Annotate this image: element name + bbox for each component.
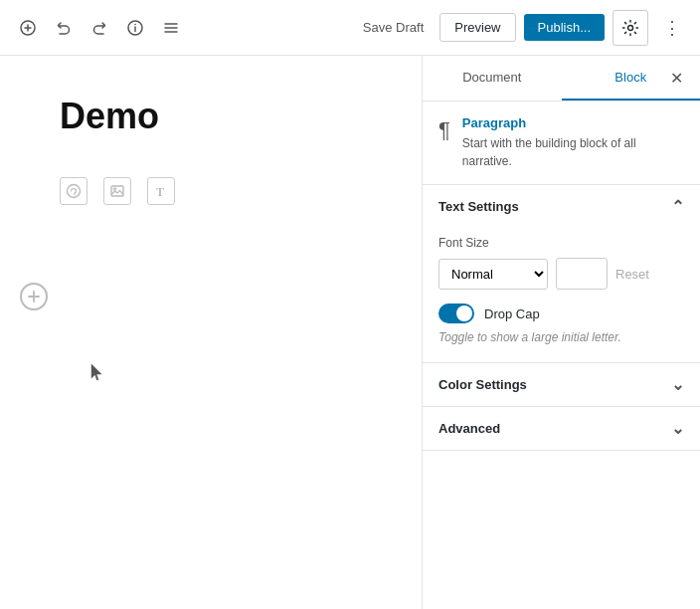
cursor-indicator: [89, 362, 105, 385]
svg-point-15: [113, 188, 115, 190]
more-options-button[interactable]: ⋮: [656, 12, 688, 44]
text-icon[interactable]: T: [147, 177, 175, 205]
drop-cap-hint: Toggle to show a large initial letter.: [438, 329, 684, 346]
drop-cap-label: Drop Cap: [484, 306, 540, 321]
publish-button[interactable]: Publish...: [524, 14, 605, 41]
close-sidebar-button[interactable]: ✕: [662, 65, 690, 93]
svg-point-9: [628, 25, 633, 30]
menu-button[interactable]: [155, 12, 187, 44]
sidebar-tabs: Document Block ✕: [423, 56, 700, 102]
text-settings-panel: Text Settings ⌃ Font Size Normal Small L…: [423, 185, 700, 363]
page-title: Demo: [60, 96, 362, 137]
paragraph-icon: ¶: [438, 117, 450, 143]
advanced-header[interactable]: Advanced ⌄: [423, 407, 700, 450]
svg-point-5: [134, 23, 136, 25]
toolbar: Save Draft Preview Publish... ⋮: [0, 0, 700, 56]
block-toolbar: T: [60, 177, 362, 205]
main-area: Demo: [0, 56, 700, 609]
block-info: ¶ Paragraph Start with the building bloc…: [423, 102, 700, 185]
reset-button[interactable]: Reset: [615, 267, 649, 282]
drop-cap-row: Drop Cap: [438, 304, 684, 323]
settings-button[interactable]: [612, 10, 648, 46]
svg-text:T: T: [156, 185, 164, 199]
text-settings-content: Font Size Normal Small Large Larger Huge…: [423, 228, 700, 362]
add-block-button[interactable]: [12, 12, 44, 44]
info-button[interactable]: [119, 12, 151, 44]
svg-point-13: [74, 195, 75, 196]
text-settings-header[interactable]: Text Settings ⌃: [423, 185, 700, 228]
whatsapp-icon[interactable]: [60, 177, 88, 205]
font-size-label: Font Size: [438, 236, 684, 250]
undo-button[interactable]: [48, 12, 80, 44]
advanced-panel: Advanced ⌄: [423, 407, 700, 451]
editor-area: Demo: [0, 56, 422, 609]
svg-point-12: [68, 185, 81, 198]
toggle-knob: [456, 305, 472, 321]
advanced-chevron: ⌄: [671, 419, 684, 438]
svg-rect-14: [111, 186, 123, 196]
font-size-select[interactable]: Normal Small Large Larger Huge: [438, 259, 548, 290]
color-settings-chevron: ⌄: [671, 375, 684, 394]
redo-button[interactable]: [84, 12, 115, 44]
font-size-row: Normal Small Large Larger Huge Reset: [438, 258, 684, 290]
text-settings-chevron-up: ⌃: [671, 197, 684, 216]
font-size-input[interactable]: [556, 258, 608, 290]
drop-cap-toggle[interactable]: [438, 304, 474, 323]
color-settings-panel: Color Settings ⌄: [423, 363, 700, 407]
block-name: Paragraph: [462, 115, 684, 130]
color-settings-header[interactable]: Color Settings ⌄: [423, 363, 700, 406]
toolbar-left: [12, 12, 355, 44]
text-settings-label: Text Settings: [438, 199, 519, 214]
advanced-label: Advanced: [438, 421, 500, 436]
add-block-inline-button[interactable]: [20, 283, 48, 310]
preview-button[interactable]: Preview: [439, 13, 515, 42]
image-icon[interactable]: [103, 177, 131, 205]
tab-document[interactable]: Document: [423, 56, 562, 101]
block-description: Start with the building block of all nar…: [462, 134, 684, 170]
save-draft-button[interactable]: Save Draft: [355, 14, 432, 41]
toolbar-right: Save Draft Preview Publish... ⋮: [355, 10, 688, 46]
color-settings-label: Color Settings: [438, 377, 527, 392]
sidebar: Document Block ✕ ¶ Paragraph Start with …: [422, 56, 700, 609]
